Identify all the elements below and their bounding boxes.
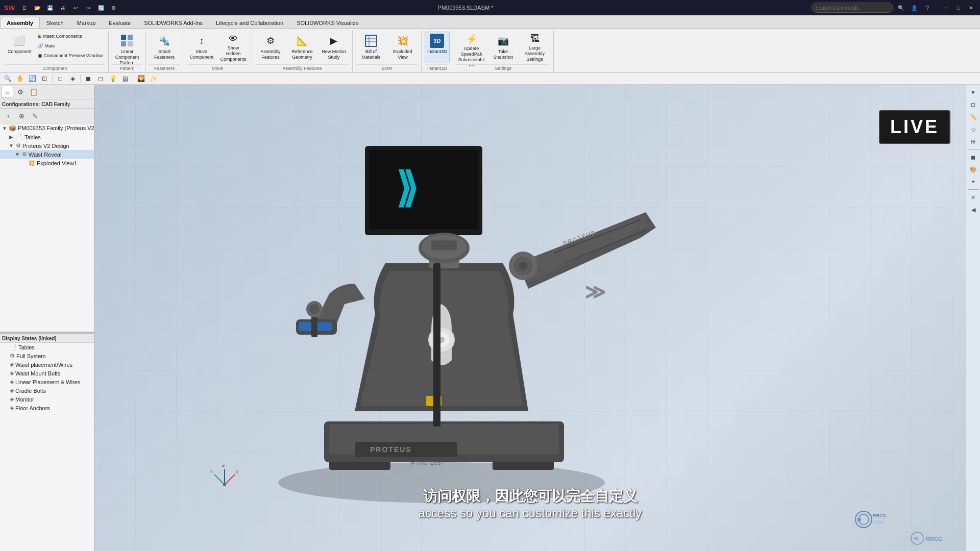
search-commands-input[interactable] [812, 3, 893, 13]
reference-geometry-label: Reference Geometry [289, 49, 315, 60]
exploded-view-button[interactable]: 💥 Exploded View [387, 32, 418, 63]
property-manager-tab[interactable]: ⚙ [14, 86, 27, 98]
search-icon[interactable]: 🔍 [895, 2, 906, 13]
configuration-manager-tab[interactable]: 📋 [28, 86, 40, 98]
qa-open[interactable]: 📂 [32, 2, 43, 13]
component-button[interactable]: ⬜ Component [5, 32, 34, 63]
assembly-features-button[interactable]: ⚙ Assembly Features [255, 32, 286, 63]
tree-exploded-view1[interactable]: ▶ 💥 Exploded View1 [0, 159, 94, 167]
ds-waist-mount-bolts[interactable]: ▶ ◈ Waist Mount Bolts [0, 369, 94, 378]
rp-smart-dim[interactable]: ◇ [968, 123, 979, 135]
linear-pattern-icon [120, 34, 134, 48]
vt-rotate[interactable]: 🔄 [27, 73, 38, 84]
tree-waist-reveal[interactable]: ▼ ⚙ Waist Reveal [0, 150, 94, 159]
rp-display-mode[interactable]: ◼ [968, 152, 979, 163]
instant3d-button[interactable]: 3D Instant3D [425, 32, 450, 63]
tables-expander[interactable]: ▶ [8, 134, 14, 140]
app-logo: SW [4, 4, 15, 12]
rp-section[interactable]: ⊞ [968, 136, 979, 147]
vt-zoom-in[interactable]: 🔍 [2, 73, 13, 84]
new-motion-study-button[interactable]: ▶ New Motion Study [318, 32, 349, 63]
tab-assembly[interactable]: Assembly [0, 17, 40, 28]
proteus-expander[interactable]: ▼ [8, 143, 14, 149]
waist-expander[interactable]: ▼ [14, 152, 20, 158]
tree-tables[interactable]: ▶ 📄 Tables [0, 133, 94, 141]
group-pattern-items: Linear Component Pattern [112, 32, 142, 63]
close-button[interactable]: ✕ [966, 4, 976, 12]
show-hidden-button[interactable]: 👁 Show Hidden Components [218, 32, 249, 63]
svg-text:PROTEUS: PROTEUS [370, 445, 412, 454]
mate-button[interactable]: 🔗 Mate [35, 41, 106, 51]
reference-geometry-button[interactable]: 📐 Reference Geometry [287, 32, 317, 63]
vt-pan[interactable]: ✋ [14, 73, 26, 84]
tree-proteus-v2[interactable]: ▼ ⚙ Proteus V2 Design [0, 141, 94, 150]
group-bom: Bill of Materials 💥 Exploded View BOM [353, 31, 422, 72]
vt-standard-views[interactable]: □ [55, 73, 66, 84]
ds-cradle-bolts[interactable]: ▶ ◈ Cradle Bolts [0, 386, 94, 395]
update-speedpak-button[interactable]: ⚡ Update SpeedPak Subassemblies [456, 32, 487, 63]
group-move-label: Move [186, 64, 249, 71]
maximize-button[interactable]: □ [953, 4, 964, 12]
exploded-view-icon: 💥 [396, 34, 410, 48]
tab-sketch[interactable]: Sketch [40, 17, 70, 28]
rp-task-pane[interactable]: ≡ [968, 192, 979, 203]
vt-fit[interactable]: ⊡ [39, 73, 50, 84]
vt-render[interactable]: ✨ [148, 73, 159, 84]
large-assembly-button[interactable]: 🏗 Large Assembly Settings [520, 32, 550, 63]
move-component-button[interactable]: ↕ Move Component [186, 32, 217, 63]
help-icon[interactable]: ? [922, 2, 933, 13]
tab-lifecycle[interactable]: Lifecycle and Collaboration [209, 17, 290, 28]
snapshot-button[interactable]: 📷 Take Snapshot [488, 32, 519, 63]
vt-apply-scene[interactable]: 🌄 [135, 73, 146, 84]
feature-manager-tab[interactable]: ≡ [1, 86, 13, 98]
qa-redo[interactable]: ↪ [83, 2, 94, 13]
tab-markup[interactable]: Markup [70, 17, 103, 28]
vt-view-settings[interactable]: ▤ [119, 73, 131, 84]
vt-view-orient[interactable]: ◈ [67, 73, 78, 84]
ds-tables[interactable]: ▶ 📄 Tables [0, 343, 94, 352]
rp-appearances[interactable]: ✦ [968, 176, 979, 187]
vt-hide-show[interactable]: ◻ [95, 73, 106, 84]
config-edit[interactable]: ✎ [29, 110, 41, 122]
bom-button[interactable]: Bill of Materials [356, 32, 386, 63]
preview-label: Component Preview Window [44, 53, 103, 58]
ds-cradle-label: Cradle Bolts [15, 388, 46, 394]
tab-addins[interactable]: SOLIDWORKS Add-Ins [137, 17, 209, 28]
qa-rebuild[interactable]: 🔄 [95, 2, 107, 13]
ds-floor-label: Floor Anchors [15, 405, 50, 411]
ds-cradle-icon: ◈ [10, 387, 14, 394]
rp-filter[interactable]: ▼ [968, 87, 979, 98]
group-pattern: Linear Component Pattern Pattern [109, 31, 146, 72]
insert-components-button[interactable]: ⊞ Insert Components [35, 32, 106, 41]
vt-lights[interactable]: 💡 [107, 73, 118, 84]
ds-waist-placement[interactable]: ▶ ◈ Waist placement/Wires [0, 360, 94, 369]
user-icon[interactable]: 👤 [909, 2, 920, 13]
tab-visualize[interactable]: SOLIDWORKS Visualize [290, 17, 365, 28]
config-add[interactable]: + [2, 110, 14, 122]
linear-pattern-button[interactable]: Linear Component Pattern [112, 32, 142, 63]
qa-undo[interactable]: ↩ [70, 2, 81, 13]
preview-button[interactable]: ▣ Component Preview Window [35, 51, 106, 60]
qa-new[interactable]: 🗋 [19, 2, 30, 13]
ds-full-system[interactable]: ▶ ⚙ Full System [0, 352, 94, 360]
rp-collapse[interactable]: ◀ [968, 204, 979, 215]
svg-text:RRCS: RRCS [873, 513, 886, 518]
qa-save[interactable]: 💾 [44, 2, 56, 13]
config-copy[interactable]: ⊕ [15, 110, 28, 122]
ds-linear-placement[interactable]: ▶ ◈ Linear Placement & Wires [0, 378, 94, 386]
minimize-button[interactable]: ─ [941, 4, 951, 12]
root-expander[interactable]: ▼ [2, 125, 7, 131]
rp-zoom-select[interactable]: ⊡ [968, 99, 979, 110]
qa-print[interactable]: 🖨 [57, 2, 68, 13]
ds-floor-anchors[interactable]: ▶ ◈ Floor Anchors [0, 404, 94, 412]
viewport[interactable]: LIVE PROTEUS ⊳ PROTEUS [94, 85, 966, 551]
qa-options[interactable]: ⚙ [108, 2, 119, 13]
tab-evaluate[interactable]: Evaluate [102, 17, 137, 28]
smart-fasteners-button[interactable]: 🔩 Smart Fasteners [149, 32, 180, 63]
rp-view-palette[interactable]: 🎨 [968, 164, 979, 175]
tree-root[interactable]: ▼ 📦 PM009353 Family (Proteus V2 Des... [0, 123, 94, 133]
svg-text:⊳ PROTEUS: ⊳ PROTEUS [411, 460, 441, 466]
vt-display-style[interactable]: ◼ [83, 73, 94, 84]
ds-monitor[interactable]: ▶ ◈ Monitor [0, 395, 94, 404]
rp-measure[interactable]: 📏 [968, 111, 979, 122]
